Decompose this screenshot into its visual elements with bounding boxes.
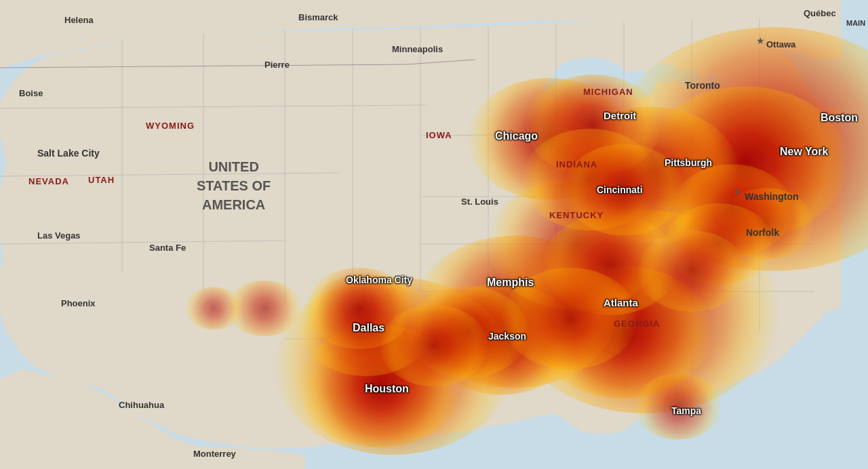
svg-rect-7 xyxy=(841,0,868,469)
svg-point-6 xyxy=(702,75,722,88)
svg-point-5 xyxy=(676,70,701,86)
map-svg xyxy=(0,0,868,469)
svg-point-2 xyxy=(542,76,583,100)
svg-point-4 xyxy=(650,64,679,83)
map-container: HelenaBismarckQuébecPierreMinneapolisOtt… xyxy=(0,0,868,469)
